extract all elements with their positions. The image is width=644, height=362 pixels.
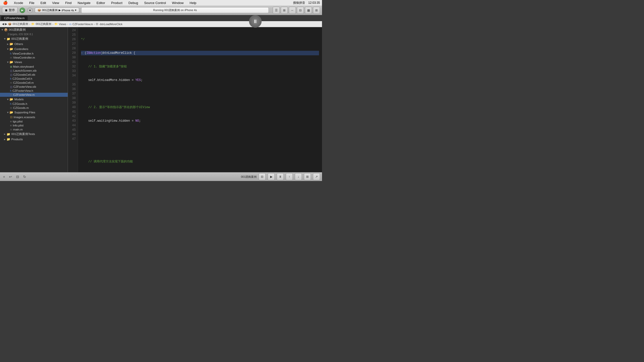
- debug-bar-btn1[interactable]: ⊟: [259, 173, 266, 180]
- supporting-chevron-icon: ▶: [7, 112, 9, 113]
- code-line-26: // 1. 隐藏"加载更多"按钮: [81, 64, 319, 69]
- sidebar-item-images-xcassets[interactable]: ⊟ Images.xcassets: [0, 115, 68, 119]
- active-tab[interactable]: CZFooterView.m: [1, 16, 28, 20]
- debug-bar-btn3[interactable]: ⏸: [277, 173, 284, 180]
- sidebar-item-tgs-plist[interactable]: ≡ tgs.plist: [0, 119, 68, 123]
- viewcontroller-h-icon: h: [10, 52, 12, 55]
- sidebar-item-czgoodscell-xib[interactable]: ◫ CZGoodsCell.xib: [0, 73, 68, 77]
- code-content[interactable]: */ - (IBAction)btnLoadMoreClick { // 1. …: [78, 27, 322, 172]
- bc-method-icon: ⊡: [96, 22, 98, 26]
- add-file-button[interactable]: +: [2, 174, 6, 179]
- code-area[interactable]: 24 25 26 27 28 29 30 31 32 33 34 35 36 3…: [68, 27, 322, 172]
- sidebar-item-czgoodscell-h[interactable]: h CZGoodsCell.h: [0, 77, 68, 81]
- nav-forward-btn[interactable]: ▶: [5, 22, 7, 26]
- debug-bar-btn2[interactable]: ▶: [268, 173, 275, 180]
- run-button[interactable]: ▶: [20, 8, 25, 13]
- sidebar-item-czfooterview-h[interactable]: h CZFooterView.h: [0, 89, 68, 93]
- sidebar-item-viewcontroller-m[interactable]: m ViewController.m: [0, 56, 68, 60]
- czgoods-h-label: CZGoods.h: [13, 102, 27, 105]
- czfooterview-h-label: CZFooterView.h: [13, 89, 33, 92]
- bc-file[interactable]: CZFooterView.m: [72, 23, 93, 26]
- sidebar-group-main[interactable]: ▶ 📁 001迁购案例: [0, 36, 68, 41]
- code-line-28: [81, 92, 319, 96]
- czfooterview-xib-icon: ◫: [10, 85, 12, 88]
- navigator-toggle[interactable]: ☰: [273, 7, 280, 14]
- sidebar-item-czgoods-h[interactable]: h CZGoods.h: [0, 102, 68, 106]
- menu-xcode[interactable]: Xcode: [13, 1, 24, 5]
- menu-help[interactable]: Help: [189, 1, 197, 5]
- models-chevron-icon: ▶: [7, 99, 9, 100]
- menu-source-control[interactable]: Source Control: [143, 1, 167, 5]
- sidebar-root[interactable]: ▶ 📦 001团购案例: [0, 27, 68, 32]
- layout-btn-2[interactable]: ↔: [289, 7, 296, 14]
- menu-file[interactable]: File: [28, 1, 35, 5]
- undo-button[interactable]: ↩: [8, 174, 13, 179]
- refresh-button[interactable]: ↻: [22, 174, 27, 179]
- bc-sep-0: 📦: [8, 22, 12, 26]
- scheme-selector[interactable]: 📦 001迁购案例 ▶ iPhone 4s ▾: [35, 8, 79, 13]
- scheme-icon: 📦: [37, 9, 41, 12]
- sidebar-item-others[interactable]: ▶ 📂 Others: [0, 41, 68, 47]
- menu-navigate[interactable]: Navigate: [76, 1, 91, 5]
- sidebar-item-czgoods-m[interactable]: m CZGoods.m: [0, 106, 68, 110]
- sidebar-item-info-plist[interactable]: ≡ Info.plist: [0, 123, 68, 127]
- menu-view[interactable]: View: [51, 1, 60, 5]
- plist-icon: ≡: [10, 120, 12, 123]
- nav-back-btn[interactable]: ◀: [2, 22, 4, 26]
- views-label: Views: [14, 61, 22, 64]
- controllers-icon: 📂: [10, 47, 13, 51]
- menu-edit[interactable]: Edit: [39, 1, 47, 5]
- menu-window[interactable]: Window: [171, 1, 185, 5]
- sidebar-group-products[interactable]: ▶ 📁 Products: [0, 137, 68, 142]
- sidebar-group-tests[interactable]: ▶ 📁 001迁购案例Tests: [0, 131, 68, 137]
- bc-views[interactable]: Views: [59, 23, 66, 26]
- sidebar-group-views[interactable]: ▶ 📂 Views: [0, 60, 68, 65]
- sidebar-group-controllers[interactable]: ▶ 📂 Controllers: [0, 47, 68, 52]
- sidebar-item-viewcontroller-h[interactable]: h ViewController.h: [0, 52, 68, 56]
- menu-editor[interactable]: Editor: [96, 1, 106, 5]
- debug-bar-btn4[interactable]: ↑: [286, 173, 293, 180]
- sidebar-item-czfooterview-xib[interactable]: ◫ CZFooterView.xib: [0, 85, 68, 89]
- layout-btn-1[interactable]: ⊞: [281, 7, 288, 14]
- models-group-icon: 📂: [10, 98, 13, 101]
- bc-method[interactable]: -btnLoadMoreClick: [99, 23, 122, 26]
- bc-group[interactable]: 001迁购案例: [36, 22, 51, 26]
- code-line-24: */: [81, 37, 319, 42]
- bc-sep-2: ›: [52, 23, 53, 26]
- debug-bar-btn5[interactable]: ↓: [295, 173, 302, 180]
- main-layout: ▶ 📦 001团购案例 2 targets, iOS SDK 8.1 ▶ 📁 0…: [0, 27, 322, 172]
- remove-button[interactable]: ⊟: [15, 174, 20, 179]
- menu-product[interactable]: Product: [110, 1, 124, 5]
- tgs-plist-label: tgs.plist: [13, 120, 23, 123]
- menu-debug[interactable]: Debug: [128, 1, 139, 5]
- sidebar-item-czgoodscell-m[interactable]: m CZGoodsCell.m: [0, 81, 68, 85]
- breadcrumb: ◀ ▶ 📦 001迁购案例 › 📁 001迁购案例 › 📁 Views › m …: [0, 21, 322, 27]
- bc-project[interactable]: 001迁购案例: [13, 22, 28, 26]
- main-group-folder-icon: 📁: [7, 37, 10, 41]
- czfooterview-xib-label: CZFooterView.xib: [13, 85, 36, 88]
- czgoods-m-icon: m: [10, 107, 12, 109]
- chevron-down-icon: ▾: [75, 9, 76, 12]
- project-subtitle: 2 targets, iOS SDK 8.1: [8, 33, 33, 36]
- sidebar-item-main-storyboard[interactable]: ⊞ Main.storyboard: [0, 65, 68, 69]
- layout-btn-5[interactable]: ⊞: [313, 7, 320, 14]
- halt-button[interactable]: ■: [27, 8, 33, 13]
- layout-btn-3[interactable]: ⊟: [297, 7, 304, 14]
- tests-chevron-icon: ▶: [4, 133, 6, 135]
- stop-button[interactable]: ⏹ 暂停: [2, 7, 18, 13]
- stop-label: 暂停: [9, 8, 15, 12]
- apple-menu[interactable]: 🍎: [2, 1, 9, 5]
- pause-overlay-button[interactable]: ⏸: [249, 15, 262, 28]
- code-editor[interactable]: 24 25 26 27 28 29 30 31 32 33 34 35 36 3…: [68, 27, 322, 172]
- layout-btn-4[interactable]: ▦: [305, 7, 312, 14]
- sidebar-item-czfooterview-m[interactable]: m CZFooterView.m: [0, 93, 68, 97]
- sidebar-item-launchscreen-xib[interactable]: ◫ LaunchScreen.xib: [0, 69, 68, 73]
- menu-find[interactable]: Find: [64, 1, 72, 5]
- debug-bar-btn7[interactable]: ↗: [313, 173, 320, 180]
- sidebar-group-supporting[interactable]: ▶ 📂 Supporting Files: [0, 110, 68, 115]
- sidebar-group-models[interactable]: ▶ 📂 Models: [0, 97, 68, 102]
- sidebar-item-main-m[interactable]: m main.m: [0, 127, 68, 131]
- code-line-33: // 调用代理方法实现下面的功能: [81, 159, 319, 164]
- debug-bar-btn6[interactable]: ⊞: [304, 173, 311, 180]
- line-numbers: 24 25 26 27 28 29 30 31 32 33 34 35 36 3…: [68, 27, 78, 172]
